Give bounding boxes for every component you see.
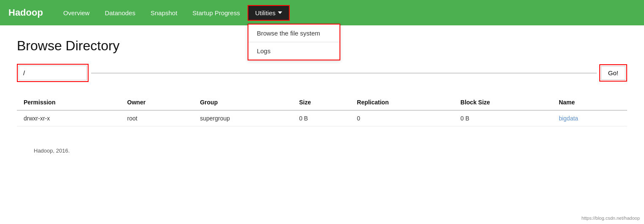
cell-permission: drwxr-xr-x: [17, 110, 121, 126]
col-group: Group: [193, 95, 292, 110]
go-button[interactable]: Go!: [601, 66, 625, 80]
path-input-wrapper: [17, 64, 89, 82]
cell-size: 0 B: [292, 110, 350, 126]
nav-link-overview[interactable]: Overview: [56, 0, 97, 25]
utilities-dropdown: Browse the file system Logs: [248, 24, 340, 60]
col-name: Name: [552, 95, 627, 110]
dropdown-item-logs[interactable]: Logs: [248, 42, 340, 60]
cell-owner: root: [121, 110, 194, 126]
utilities-button[interactable]: Utilities: [248, 5, 290, 21]
nav-link-startup-progress[interactable]: Startup Progress: [185, 0, 248, 25]
nav-link-snapshot[interactable]: Snapshot: [143, 0, 185, 25]
utilities-label: Utilities: [255, 9, 275, 16]
navbar: Hadoop Overview Datanodes Snapshot Start…: [0, 0, 644, 25]
footer: Hadoop, 2016.: [17, 143, 627, 158]
name-link[interactable]: bigdata: [559, 115, 578, 122]
cell-group: supergroup: [193, 110, 292, 126]
dropdown-item-browse-fs[interactable]: Browse the file system: [248, 25, 340, 42]
nav-item-utilities: Utilities Browse the file system Logs: [248, 0, 290, 25]
footer-text: Hadoop, 2016.: [34, 148, 70, 154]
table-row: drwxr-xr-x root supergroup 0 B 0 0 B big…: [17, 110, 627, 126]
col-size: Size: [292, 95, 350, 110]
cell-block-size: 0 B: [454, 110, 552, 126]
nav-item-snapshot: Snapshot: [143, 0, 185, 25]
nav-links: Overview Datanodes Snapshot Startup Prog…: [56, 0, 290, 25]
col-replication: Replication: [350, 95, 454, 110]
col-block-size: Block Size: [454, 95, 552, 110]
go-btn-wrapper: Go!: [599, 64, 627, 82]
table-header: Permission Owner Group Size Replication …: [17, 95, 627, 110]
nav-item-startup-progress: Startup Progress: [185, 0, 248, 25]
directory-table: Permission Owner Group Size Replication …: [17, 95, 627, 126]
nav-link-datanodes[interactable]: Datanodes: [97, 0, 143, 25]
col-owner: Owner: [121, 95, 194, 110]
nav-item-overview: Overview: [56, 0, 97, 25]
cell-name[interactable]: bigdata: [552, 110, 627, 126]
table-body: drwxr-xr-x root supergroup 0 B 0 0 B big…: [17, 110, 627, 126]
table-header-row: Permission Owner Group Size Replication …: [17, 95, 627, 110]
nav-item-datanodes: Datanodes: [97, 0, 143, 25]
path-input[interactable]: [19, 66, 87, 80]
path-line: [91, 73, 597, 74]
utilities-caret-icon: [278, 11, 282, 14]
navbar-brand[interactable]: Hadoop: [8, 7, 43, 18]
cell-replication: 0: [350, 110, 454, 126]
path-form: Go!: [17, 64, 627, 82]
col-permission: Permission: [17, 95, 121, 110]
